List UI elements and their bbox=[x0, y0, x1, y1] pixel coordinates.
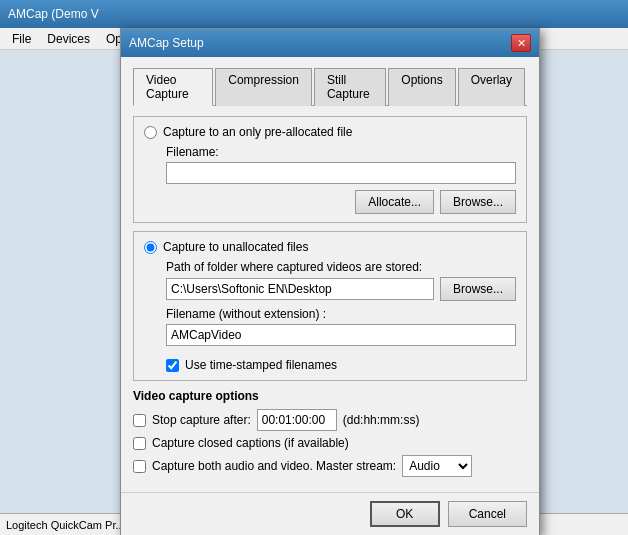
tab-overlay[interactable]: Overlay bbox=[458, 68, 525, 106]
audio-video-checkbox[interactable] bbox=[133, 460, 146, 473]
timestamp-label[interactable]: Use time-stamped filenames bbox=[185, 358, 337, 372]
dialog-titlebar: AMCap Setup ✕ bbox=[121, 29, 539, 57]
dialog-title: AMCap Setup bbox=[129, 36, 204, 50]
dialog-footer: OK Cancel bbox=[121, 492, 539, 535]
master-stream-dropdown[interactable]: Audio Video bbox=[402, 455, 472, 477]
audio-video-row: Capture both audio and video. Master str… bbox=[133, 455, 527, 477]
closed-captions-checkbox[interactable] bbox=[133, 437, 146, 450]
browse-button-2[interactable]: Browse... bbox=[440, 277, 516, 301]
options-section: Video capture options Stop capture after… bbox=[133, 389, 527, 477]
timestamp-checkbox[interactable] bbox=[166, 359, 179, 372]
stop-capture-row: Stop capture after: (dd:hh:mm:ss) bbox=[133, 409, 527, 431]
status-text: Logitech QuickCam Pr... bbox=[6, 519, 125, 531]
video-capture-content: Capture to an only pre-allocated file Fi… bbox=[133, 116, 527, 477]
menu-devices[interactable]: Devices bbox=[39, 30, 98, 48]
filename-label-unalloc: Filename (without extension) : bbox=[166, 307, 516, 321]
filename-input[interactable] bbox=[166, 324, 516, 346]
prealloc-radio[interactable] bbox=[144, 126, 157, 139]
app-titlebar: AMCap (Demo V bbox=[0, 0, 628, 28]
amcap-setup-dialog: AMCap Setup ✕ Video Capture Compression … bbox=[120, 28, 540, 535]
tab-options[interactable]: Options bbox=[388, 68, 455, 106]
prealloc-section: Capture to an only pre-allocated file Fi… bbox=[133, 116, 527, 223]
prealloc-radio-group: Capture to an only pre-allocated file bbox=[144, 125, 516, 139]
dialog-close-button[interactable]: ✕ bbox=[511, 34, 531, 52]
options-title: Video capture options bbox=[133, 389, 527, 403]
stop-capture-checkbox[interactable] bbox=[133, 414, 146, 427]
tab-still-capture[interactable]: Still Capture bbox=[314, 68, 386, 106]
tab-video-capture[interactable]: Video Capture bbox=[133, 68, 213, 106]
tab-compression[interactable]: Compression bbox=[215, 68, 312, 106]
browse-button-1[interactable]: Browse... bbox=[440, 190, 516, 214]
allocate-button[interactable]: Allocate... bbox=[355, 190, 434, 214]
stop-capture-label: Stop capture after: bbox=[152, 413, 251, 427]
path-input[interactable] bbox=[166, 278, 434, 300]
stop-capture-time-input[interactable] bbox=[257, 409, 337, 431]
closed-captions-row: Capture closed captions (if available) bbox=[133, 436, 527, 450]
menu-file[interactable]: File bbox=[4, 30, 39, 48]
path-label: Path of folder where captured videos are… bbox=[166, 260, 516, 274]
unalloc-section: Capture to unallocated files Path of fol… bbox=[133, 231, 527, 381]
app-title: AMCap (Demo V bbox=[8, 7, 99, 21]
unalloc-radio-group: Capture to unallocated files bbox=[144, 240, 516, 254]
filename-label-prealloc: Filename: bbox=[166, 145, 516, 159]
dialog-tabs: Video Capture Compression Still Capture … bbox=[133, 67, 527, 106]
prealloc-radio-label[interactable]: Capture to an only pre-allocated file bbox=[144, 125, 516, 139]
time-format-label: (dd:hh:mm:ss) bbox=[343, 413, 420, 427]
cancel-button[interactable]: Cancel bbox=[448, 501, 527, 527]
closed-captions-label: Capture closed captions (if available) bbox=[152, 436, 349, 450]
dialog-body: Video Capture Compression Still Capture … bbox=[121, 57, 539, 492]
unalloc-radio-label[interactable]: Capture to unallocated files bbox=[144, 240, 516, 254]
ok-button[interactable]: OK bbox=[370, 501, 440, 527]
unalloc-radio[interactable] bbox=[144, 241, 157, 254]
audio-video-label: Capture both audio and video. Master str… bbox=[152, 459, 396, 473]
prealloc-filename-input[interactable] bbox=[166, 162, 516, 184]
